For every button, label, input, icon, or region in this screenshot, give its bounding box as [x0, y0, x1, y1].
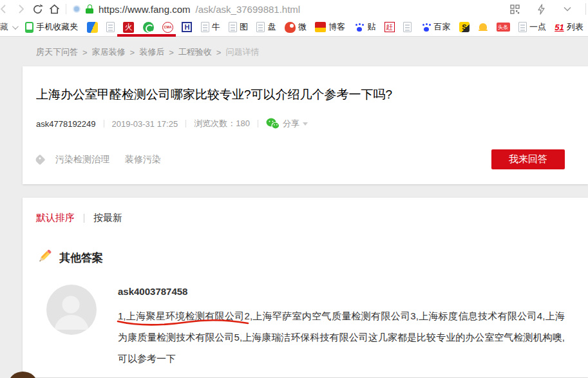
bookmark-label: 一点 — [529, 21, 546, 33]
breadcrumb-item[interactable]: 装修后 — [139, 46, 164, 58]
bookmark-item[interactable]: 牛 — [201, 21, 220, 33]
answer-highlighted-text: 1,上海聚星环境检测有限公司 — [118, 310, 245, 321]
meta-divider — [258, 120, 258, 128]
loading-progress-bar — [117, 34, 176, 37]
bookmark-item[interactable]: 图 — [229, 21, 248, 33]
answer-button[interactable]: 我来回答 — [491, 149, 565, 169]
cma-icon: CMA — [162, 22, 173, 33]
url-bar[interactable]: https://www.fang.com/ask/ask_37699881.ht… — [73, 4, 300, 15]
paw-icon — [421, 22, 432, 33]
tag[interactable]: 污染检测治理 — [55, 154, 109, 165]
split-icon — [87, 22, 98, 33]
lock-icon — [86, 5, 93, 14]
bookmark-item[interactable]: 盘 — [256, 21, 276, 33]
url-path: /ask/ask_37699881.html — [196, 4, 301, 15]
bookmark-item[interactable]: 火 — [123, 22, 134, 33]
bookmark-label: 微 — [298, 21, 307, 33]
bookmark-item[interactable]: S — [459, 22, 469, 32]
bookmark-item[interactable]: 贴 — [354, 21, 375, 33]
toolbar-right-divider — [585, 3, 586, 15]
bookmark-item[interactable] — [478, 23, 488, 32]
chevron-down-icon — [12, 23, 19, 30]
refresh-button[interactable] — [29, 1, 46, 17]
answer-body: ask4003787458 1,上海聚星环境检测有限公司2,上海罕萨室内空气质量… — [118, 285, 565, 378]
bookmark-label: 博客 — [328, 21, 345, 33]
fire-icon: 火 — [123, 22, 134, 33]
paw-icon — [354, 22, 365, 33]
hsq-icon: H — [182, 22, 192, 32]
bookmark-label: 贴 — [367, 21, 375, 33]
breadcrumb-item[interactable]: 房天下问答 — [36, 46, 78, 58]
lightning-icon[interactable] — [533, 1, 549, 17]
forward-button[interactable] — [12, 1, 29, 17]
bookmark-item[interactable] — [106, 22, 115, 32]
bookmark-item[interactable]: H — [182, 22, 192, 32]
page-icon — [229, 22, 237, 32]
bookmark-item[interactable]: 百家 — [421, 21, 451, 33]
bookmark-label: 百家 — [434, 21, 451, 33]
caret-down-icon — [303, 122, 308, 126]
answer-username[interactable]: ask4003787458 — [118, 286, 565, 297]
bookmark-item[interactable]: 51列表 — [555, 21, 583, 33]
site-info-icon[interactable] — [73, 5, 81, 13]
wuyi-icon: 51 — [555, 23, 564, 32]
bookmark-item[interactable] — [143, 22, 154, 33]
sort-newest-tab[interactable]: 按最新 — [93, 212, 122, 224]
bookmark-label: 牛 — [212, 21, 220, 33]
answers-card: 默认排序 按最新 其他答案 ask4003787458 1,上海聚星环境检测有限… — [23, 198, 588, 377]
page-icon — [201, 22, 209, 32]
bookmark-item[interactable]: 一点 — [518, 21, 546, 33]
section-title: 其他答案 — [59, 250, 103, 265]
swirl-icon — [143, 22, 154, 33]
answer-item: ask4003787458 1,上海聚星环境检测有限公司2,上海罕萨室内空气质量… — [36, 285, 565, 378]
house-icon — [315, 22, 326, 32]
sort-default-tab[interactable]: 默认排序 — [36, 212, 75, 224]
sort-row: 默认排序 按最新 — [36, 212, 565, 224]
qr-code-icon[interactable] — [506, 1, 523, 17]
question-card: 上海办公室甲醛检测公司哪家比较专业?可以介绍几个参考一下吗? ask477819… — [23, 66, 588, 184]
bookmarks-bar: 藏手机收藏夹火CMAH牛图盘微博客贴赶百家S头条一点51列表 — [0, 18, 588, 37]
page-icon — [106, 22, 115, 32]
page-icon — [256, 22, 265, 32]
browser-toolbar: https://www.fang.com/ask/ask_37699881.ht… — [0, 0, 588, 18]
bookmark-item[interactable]: 藏 — [0, 21, 17, 33]
home-button[interactable] — [46, 1, 62, 17]
bookmark-label: 列表 — [567, 21, 583, 33]
tag[interactable]: 装修污染 — [125, 154, 161, 165]
sort-divider — [84, 214, 84, 223]
back-button[interactable] — [0, 1, 12, 17]
breadcrumb-separator: > — [216, 48, 222, 57]
toolbar-right-group — [506, 1, 588, 17]
chevron-down-icon[interactable] — [559, 1, 576, 17]
breadcrumb-item[interactable]: 工程验收 — [178, 46, 212, 58]
page-body: 房天下问答>家居装修>装修后>工程验收>问题详情 上海办公室甲醛检测公司哪家比较… — [0, 37, 588, 378]
breadcrumb-item[interactable]: 家居装修 — [92, 46, 126, 58]
question-footer: 污染检测治理装修污染 我来回答 — [36, 149, 565, 169]
bookmark-item[interactable] — [403, 22, 412, 32]
share-button[interactable]: 分享 — [266, 118, 308, 129]
bookmark-item[interactable]: 头条 — [497, 23, 510, 32]
breadcrumb: 房天下问答>家居装修>装修后>工程验收>问题详情 — [23, 37, 588, 66]
avatar[interactable] — [46, 285, 97, 335]
bookmark-item[interactable]: 手机收藏夹 — [25, 21, 78, 33]
wechat-icon — [266, 118, 280, 129]
bookmark-item[interactable]: 赶 — [384, 22, 395, 32]
question-title: 上海办公室甲醛检测公司哪家比较专业?可以介绍几个参考一下吗? — [36, 86, 565, 103]
bookmark-item[interactable]: CMA — [162, 22, 173, 33]
question-date: 2019-03-31 17:25 — [112, 119, 178, 129]
section-header: 其他答案 — [36, 248, 565, 267]
breadcrumb-item: 问题详情 — [225, 46, 259, 58]
bookmark-label: 盘 — [267, 21, 276, 33]
bookmark-label: 手机收藏夹 — [36, 21, 78, 33]
phone-icon — [25, 22, 33, 33]
bookmark-item[interactable] — [87, 22, 98, 33]
bookmark-item[interactable]: 博客 — [315, 21, 345, 33]
share-label: 分享 — [283, 118, 299, 129]
bookmark-item[interactable]: 微 — [285, 21, 307, 33]
toolbar-divider — [66, 4, 66, 14]
page-icon — [518, 22, 527, 32]
question-meta: ask4778192249 2019-03-31 17:25 浏览次数：180 … — [36, 118, 565, 129]
url-domain: https://www.fang.com — [99, 4, 191, 15]
tag-icon — [35, 154, 46, 165]
browser-chrome: https://www.fang.com/ask/ask_37699881.ht… — [0, 0, 588, 37]
